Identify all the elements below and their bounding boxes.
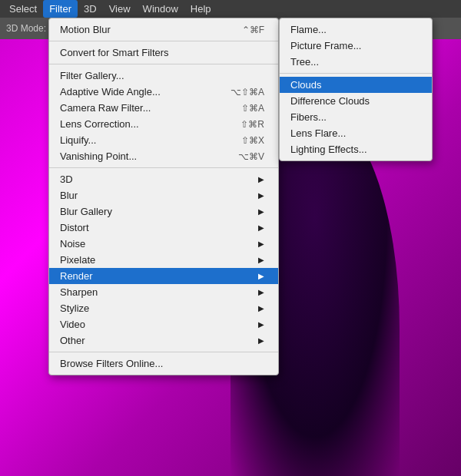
arrow-icon-stylize: ▶ xyxy=(258,304,264,312)
menu-item-blur-gallery[interactable]: Blur Gallery ▶ xyxy=(49,203,278,220)
arrow-icon-render: ▶ xyxy=(258,272,264,280)
menu-item-stylize[interactable]: Stylize ▶ xyxy=(49,300,278,316)
menu-item-other[interactable]: Other ▶ xyxy=(49,332,278,349)
submenu-item-lens-flare[interactable]: Lens Flare... xyxy=(280,125,432,141)
menu-item-video[interactable]: Video ▶ xyxy=(49,316,278,332)
arrow-icon-sharpen: ▶ xyxy=(258,288,264,296)
render-submenu: Flame... Picture Frame... Tree... Clouds… xyxy=(279,18,433,161)
submenu-item-picture-frame[interactable]: Picture Frame... xyxy=(280,38,432,54)
submenu-item-lighting-effects[interactable]: Lighting Effects... xyxy=(280,141,432,157)
menu-item-filter-gallery[interactable]: Filter Gallery... xyxy=(49,68,278,84)
arrow-icon-blur: ▶ xyxy=(258,191,264,200)
menu-help[interactable]: Help xyxy=(184,0,217,18)
submenu-item-clouds[interactable]: Clouds xyxy=(280,77,432,93)
submenu-item-difference-clouds[interactable]: Difference Clouds xyxy=(280,93,432,109)
menu-item-vanishing-point[interactable]: Vanishing Point... ⌥⌘V xyxy=(49,148,278,164)
submenu-separator xyxy=(280,73,432,74)
menu-item-lens-correction[interactable]: Lens Correction... ⇧⌘R xyxy=(49,116,278,132)
submenu-item-tree[interactable]: Tree... xyxy=(280,54,432,70)
arrow-icon-blur-gallery: ▶ xyxy=(258,207,264,216)
separator-3 xyxy=(49,167,278,168)
menu-item-3d[interactable]: 3D ▶ xyxy=(49,171,278,187)
menu-item-camera-raw[interactable]: Camera Raw Filter... ⇧⌘A xyxy=(49,100,278,116)
menu-view[interactable]: View xyxy=(103,0,137,18)
menu-item-browse-filters-online[interactable]: Browse Filters Online... xyxy=(49,355,278,372)
menu-item-sharpen[interactable]: Sharpen ▶ xyxy=(49,284,278,300)
menu-item-render[interactable]: Render ▶ xyxy=(49,268,278,284)
menu-item-noise[interactable]: Noise ▶ xyxy=(49,236,278,252)
3d-mode-label: 3D Mode: xyxy=(6,23,46,34)
menu-select[interactable]: Select xyxy=(3,0,43,18)
menu-item-motion-blur[interactable]: Motion Blur ⌃⌘F xyxy=(49,21,278,38)
arrow-icon-distort: ▶ xyxy=(258,223,264,232)
submenu-item-flame[interactable]: Flame... xyxy=(280,21,432,38)
menu-item-pixelate[interactable]: Pixelate ▶ xyxy=(49,252,278,268)
menubar: Select Filter 3D View Window Help xyxy=(0,0,461,18)
menu-item-liquify[interactable]: Liquify... ⇧⌘X xyxy=(49,132,278,148)
submenu-item-fibers[interactable]: Fibers... xyxy=(280,109,432,125)
menu-item-blur[interactable]: Blur ▶ xyxy=(49,187,278,203)
menu-3d[interactable]: 3D xyxy=(78,0,103,18)
arrow-icon-noise: ▶ xyxy=(258,240,264,248)
arrow-icon-other: ▶ xyxy=(258,336,264,345)
arrow-icon-3d: ▶ xyxy=(258,175,264,183)
menu-window[interactable]: Window xyxy=(137,0,184,18)
menu-item-distort[interactable]: Distort ▶ xyxy=(49,220,278,236)
menu-filter[interactable]: Filter xyxy=(43,0,78,18)
arrow-icon-pixelate: ▶ xyxy=(258,256,264,264)
menu-item-adaptive-wide-angle[interactable]: Adaptive Wide Angle... ⌥⇧⌘A xyxy=(49,84,278,100)
menu-item-convert-smart-filters[interactable]: Convert for Smart Filters xyxy=(49,45,278,61)
separator-2 xyxy=(49,64,278,64)
separator-4 xyxy=(49,352,278,352)
separator-1 xyxy=(49,41,278,41)
arrow-icon-video: ▶ xyxy=(258,320,264,329)
filter-dropdown-menu: Motion Blur ⌃⌘F Convert for Smart Filter… xyxy=(48,18,279,375)
